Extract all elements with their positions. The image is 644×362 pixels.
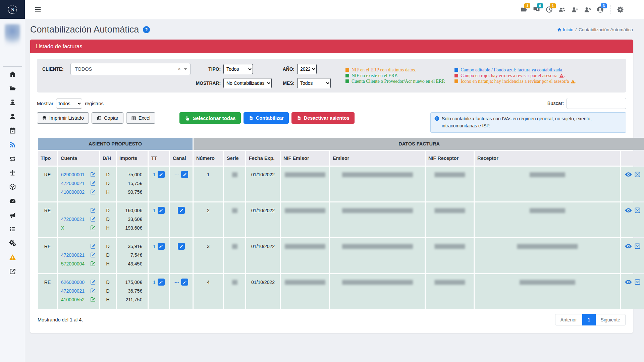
- column-header[interactable]: Fecha Exp.: [246, 151, 280, 166]
- user-avatar[interactable]: [5, 24, 20, 46]
- view-invoice-button[interactable]: [625, 279, 632, 286]
- user-plus-icon[interactable]: [571, 6, 578, 13]
- clock-icon[interactable]: 1: [546, 6, 553, 13]
- sidebar-item-list-icon[interactable]: [9, 226, 16, 233]
- breadcrumb-home-link[interactable]: Inicio: [557, 27, 574, 32]
- account-link[interactable]: 472000021: [61, 217, 85, 222]
- column-header[interactable]: Emisor: [330, 151, 425, 166]
- column-header[interactable]: Tipo: [38, 151, 57, 166]
- sidebar-item-folder-open-icon[interactable]: [9, 85, 16, 92]
- cliente-select[interactable]: TODOS ×: [70, 63, 191, 75]
- sidebar-item-tachometer-icon[interactable]: [9, 197, 16, 204]
- column-header[interactable]: Canal: [170, 151, 193, 166]
- column-header[interactable]: Serie: [224, 151, 245, 166]
- edit-account-icon[interactable]: [90, 172, 96, 177]
- account-link[interactable]: 410000002: [61, 189, 85, 195]
- edit-tt-button[interactable]: [158, 279, 165, 286]
- imprimir-listado-button[interactable]: Imprimir Listado: [37, 112, 89, 124]
- gear-icon[interactable]: [617, 6, 624, 13]
- canal-link[interactable]: ---: [174, 280, 179, 285]
- tt-link[interactable]: 1: [153, 208, 156, 213]
- user-times-icon[interactable]: [584, 6, 591, 13]
- sidebar-item-bullhorn-icon[interactable]: [9, 212, 16, 219]
- page-length-select[interactable]: Todos: [56, 99, 82, 109]
- comments-icon[interactable]: 6: [533, 6, 540, 13]
- tt-link[interactable]: 1: [153, 172, 156, 177]
- copiar-button[interactable]: Copiar: [92, 112, 123, 124]
- mes-select[interactable]: Todos: [297, 78, 331, 88]
- account-link[interactable]: 572000004: [61, 261, 85, 266]
- sidebar-item-retweet-icon[interactable]: [9, 155, 16, 162]
- column-header[interactable]: Número: [194, 151, 223, 166]
- account-link[interactable]: 472000021: [61, 288, 85, 294]
- sidebar-item-warning-icon[interactable]: [9, 254, 16, 261]
- view-invoice-button[interactable]: [625, 207, 632, 214]
- edit-canal-button[interactable]: [181, 279, 188, 286]
- ano-select[interactable]: 2022: [297, 64, 317, 74]
- contabilizar-button[interactable]: Contabilizar: [244, 112, 289, 124]
- edit-account-icon[interactable]: [90, 225, 96, 231]
- account-link[interactable]: X: [61, 225, 64, 231]
- pagination-page-1-button[interactable]: 1: [582, 314, 596, 325]
- excel-button[interactable]: Excel: [126, 112, 155, 124]
- user-circle-icon[interactable]: 3: [597, 6, 604, 13]
- seleccionar-todas-button[interactable]: Seleccionar todas: [179, 112, 240, 124]
- edit-account-icon[interactable]: [90, 207, 96, 213]
- sidebar-item-calendar-times-icon[interactable]: [9, 127, 16, 134]
- edit-account-icon[interactable]: [90, 243, 96, 249]
- edit-account-icon[interactable]: [90, 288, 96, 294]
- edit-account-icon[interactable]: [90, 180, 96, 186]
- edit-canal-button[interactable]: [178, 207, 185, 214]
- edit-canal-button[interactable]: [181, 171, 188, 178]
- edit-account-icon[interactable]: [90, 297, 96, 302]
- column-header[interactable]: NIF Receptor: [426, 151, 474, 166]
- deactivate-invoice-button[interactable]: [634, 171, 641, 178]
- column-header[interactable]: TT: [149, 151, 169, 166]
- deactivate-invoice-button[interactable]: [634, 243, 641, 249]
- column-header[interactable]: Cuenta: [58, 151, 99, 166]
- pagination-next-button[interactable]: Siguiente: [596, 314, 626, 325]
- column-header[interactable]: Receptor: [475, 151, 620, 166]
- account-link[interactable]: 472000021: [61, 181, 85, 186]
- app-logo[interactable]: N: [0, 0, 25, 19]
- sidebar-item-balance-scale-icon[interactable]: [9, 169, 16, 176]
- mostrar-select[interactable]: No Contabilizadas: [223, 78, 272, 88]
- edit-tt-button[interactable]: [158, 171, 165, 178]
- sidebar-item-user-icon[interactable]: [9, 113, 16, 120]
- folder-open-icon[interactable]: 1: [520, 6, 527, 13]
- edit-account-icon[interactable]: [90, 279, 96, 285]
- deactivate-invoice-button[interactable]: [634, 207, 641, 214]
- sidebar-item-cogs-icon[interactable]: [9, 240, 16, 247]
- help-icon[interactable]: ?: [143, 26, 150, 34]
- edit-account-icon[interactable]: [90, 252, 96, 258]
- edit-tt-button[interactable]: [158, 207, 165, 214]
- sidebar-item-home-icon[interactable]: [9, 71, 16, 78]
- edit-account-icon[interactable]: [90, 216, 96, 222]
- account-link[interactable]: 472000021: [61, 252, 85, 258]
- canal-link[interactable]: ---: [174, 172, 179, 177]
- account-link[interactable]: 410000552: [61, 297, 85, 302]
- tt-link[interactable]: 1: [153, 244, 156, 249]
- tt-link[interactable]: 1: [153, 280, 156, 285]
- sidebar-item-user-secret-icon[interactable]: [9, 99, 16, 106]
- edit-account-icon[interactable]: [90, 189, 96, 195]
- desactivar-asientos-button[interactable]: Desactivar asientos: [291, 112, 355, 124]
- search-input[interactable]: [567, 98, 626, 109]
- tipo-select[interactable]: Todos: [223, 64, 253, 74]
- edit-account-icon[interactable]: [90, 261, 96, 266]
- sidebar-item-rss-icon[interactable]: [9, 141, 16, 148]
- view-invoice-button[interactable]: [625, 171, 632, 178]
- users-icon[interactable]: [558, 6, 566, 13]
- column-header[interactable]: NIF Emisor: [281, 151, 329, 166]
- menu-toggle-button[interactable]: [34, 6, 42, 13]
- account-link[interactable]: 626000000: [61, 280, 85, 285]
- column-header[interactable]: [621, 151, 644, 166]
- edit-tt-button[interactable]: [158, 243, 165, 250]
- sidebar-item-external-link-icon[interactable]: [9, 268, 16, 275]
- edit-canal-button[interactable]: [178, 243, 185, 250]
- column-header[interactable]: D/H: [100, 151, 116, 166]
- column-header[interactable]: Importe: [117, 151, 148, 166]
- view-invoice-button[interactable]: [625, 243, 632, 250]
- account-link[interactable]: 629000001: [61, 172, 85, 177]
- clear-icon[interactable]: ×: [178, 66, 181, 72]
